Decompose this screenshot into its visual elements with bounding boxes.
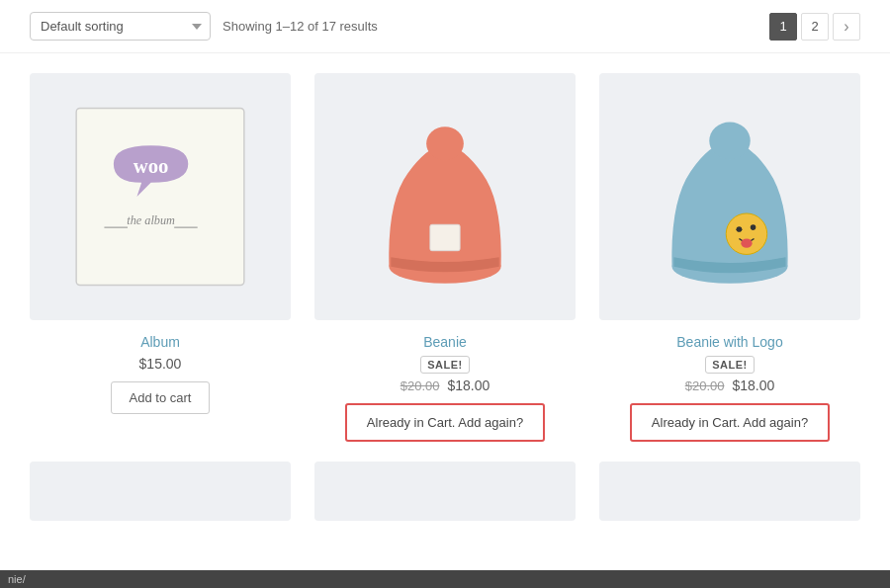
sale-badge-beanie-logo: SALE! [705, 356, 755, 374]
price-wrap-beanie-logo: SALE! $20.00 $18.00 [685, 356, 775, 393]
results-text: Showing 1–12 of 17 results [222, 19, 378, 34]
pagination: 1 2 › [769, 13, 860, 41]
price-wrap-beanie: SALE! $20.00 $18.00 [400, 356, 490, 393]
already-in-cart-button-beanie[interactable]: Already in Cart. Add again? [345, 403, 545, 442]
price-original-beanie-logo: $20.00 [685, 378, 725, 393]
page-2-button[interactable]: 2 [801, 13, 829, 41]
svg-point-6 [426, 126, 464, 160]
svg-rect-7 [430, 224, 460, 250]
bottom-card-1 [30, 462, 291, 521]
price-current-beanie: $18.00 [447, 378, 490, 393]
toolbar-left: Default sorting Sort by popularity Sort … [30, 12, 378, 41]
svg-point-12 [751, 224, 756, 230]
bottom-card-3 [599, 462, 860, 521]
product-name-beanie-logo[interactable]: Beanie with Logo [676, 334, 782, 350]
bottom-row [0, 462, 890, 541]
svg-text:the   album: the album [127, 213, 175, 227]
product-image-beanie-logo[interactable] [599, 73, 860, 320]
page-1-button[interactable]: 1 [769, 13, 797, 41]
product-card-beanie: Beanie SALE! $20.00 $18.00 Already in Ca… [314, 73, 576, 442]
price-original-beanie: $20.00 [400, 378, 440, 393]
svg-point-9 [709, 123, 750, 160]
svg-rect-0 [76, 108, 244, 285]
price-album: $15.00 [139, 356, 182, 372]
svg-point-10 [726, 213, 766, 254]
product-image-beanie[interactable] [314, 73, 576, 320]
add-to-cart-button-album[interactable]: Add to cart [111, 381, 211, 414]
product-name-beanie[interactable]: Beanie [423, 334, 467, 350]
next-page-button[interactable]: › [833, 13, 860, 41]
product-card-beanie-logo: Beanie with Logo SALE! $20.00 $18.00 Alr… [599, 73, 860, 442]
price-wrap-album: $15.00 [139, 356, 182, 372]
product-card-album: woo the album Album $15.00 Add to cart [30, 73, 291, 442]
svg-point-13 [741, 238, 752, 247]
sorting-select[interactable]: Default sorting Sort by popularity Sort … [30, 12, 211, 41]
sale-badge-beanie: SALE! [420, 356, 470, 374]
svg-text:woo: woo [134, 155, 169, 177]
product-name-album[interactable]: Album [140, 334, 180, 350]
toolbar: Default sorting Sort by popularity Sort … [0, 0, 890, 53]
products-grid: woo the album Album $15.00 Add to cart [0, 53, 890, 462]
price-row-beanie-logo: $20.00 $18.00 [685, 378, 775, 393]
bottom-card-2 [314, 462, 576, 521]
product-image-album[interactable]: woo the album [30, 73, 291, 320]
already-in-cart-button-beanie-logo[interactable]: Already in Cart. Add again? [630, 403, 830, 442]
price-current-beanie-logo: $18.00 [732, 378, 774, 393]
price-row-beanie: $20.00 $18.00 [400, 378, 490, 393]
